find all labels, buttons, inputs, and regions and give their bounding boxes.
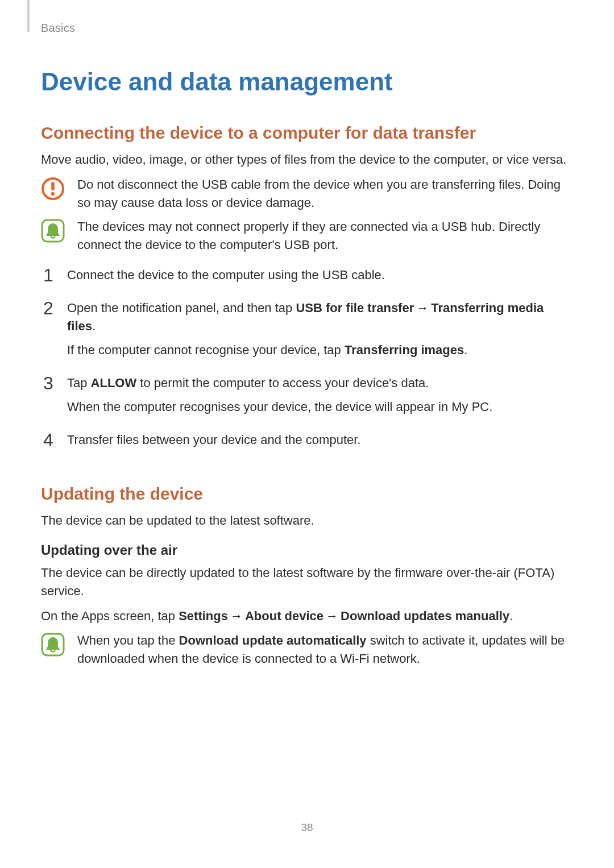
text-fragment: When you tap the (77, 633, 179, 647)
text-fragment: . (509, 609, 513, 623)
breadcrumb: Basics (41, 22, 573, 35)
page-content: Basics Device and data management Connec… (0, 0, 614, 668)
step-3: 3 Tap ALLOW to permit the computer to ac… (41, 374, 573, 416)
warning-icon (41, 177, 65, 201)
warning-callout: Do not disconnect the USB cable from the… (41, 176, 573, 212)
text-fragment: Open the notification panel, and then ta… (67, 301, 296, 315)
section-heading-updating: Updating the device (41, 484, 573, 504)
subheading-ota: Updating over the air (41, 542, 573, 558)
page-title: Device and data management (41, 68, 573, 96)
step-1: 1 Connect the device to the computer usi… (41, 266, 573, 284)
paragraph-fota: The device can be directly updated to th… (41, 564, 573, 600)
step-2: 2 Open the notification panel, and then … (41, 299, 573, 359)
bell-icon (41, 219, 65, 243)
section-heading-connecting: Connecting the device to a computer for … (41, 123, 573, 143)
text-fragment: Tap (67, 376, 91, 390)
bell-icon (41, 633, 65, 657)
note-callout-2: When you tap the Download update automat… (41, 632, 573, 668)
arrow-icon: → (414, 301, 431, 315)
bold-text: Download update automatically (179, 633, 367, 647)
section-intro: Move audio, video, image, or other types… (41, 151, 573, 169)
text-fragment: . (92, 319, 96, 333)
svg-point-2 (51, 192, 55, 196)
page-number: 38 (0, 821, 614, 834)
steps-list: 1 Connect the device to the computer usi… (41, 266, 573, 448)
step-number: 2 (41, 299, 56, 317)
bold-text: About device (245, 609, 323, 623)
step-text: Connect the device to the computer using… (67, 266, 573, 284)
step-subtext: If the computer cannot recognise your de… (67, 341, 573, 359)
step-4: 4 Transfer files between your device and… (41, 431, 573, 449)
note-callout-1: The devices may not connect properly if … (41, 218, 573, 254)
text-fragment: On the Apps screen, tap (41, 609, 179, 623)
section-intro-2: The device can be updated to the latest … (41, 512, 573, 530)
step-text: Transfer files between your device and t… (67, 431, 573, 449)
step-number: 1 (41, 266, 56, 284)
note-text-2: When you tap the Download update automat… (77, 632, 573, 668)
header-rule (27, 0, 30, 32)
step-text: Open the notification panel, and then ta… (67, 299, 573, 359)
bold-text: Settings (179, 609, 228, 623)
step-number: 4 (41, 431, 56, 449)
step-text: Tap ALLOW to permit the computer to acce… (67, 374, 573, 416)
text-fragment: to permit the computer to access your de… (136, 376, 429, 390)
bold-text: USB for file transfer (296, 301, 414, 315)
text-fragment: If the computer cannot recognise your de… (67, 343, 345, 357)
text-fragment: . (464, 343, 467, 357)
arrow-icon: → (228, 609, 245, 623)
bold-text: ALLOW (91, 376, 137, 390)
paragraph-path: On the Apps screen, tap Settings→About d… (41, 607, 573, 625)
step-number: 3 (41, 374, 56, 392)
step-subtext: When the computer recognises your device… (67, 398, 573, 416)
arrow-icon: → (323, 609, 341, 623)
bold-text: Transferring images (345, 343, 464, 357)
svg-rect-1 (51, 182, 55, 190)
warning-text: Do not disconnect the USB cable from the… (77, 176, 573, 212)
bold-text: Download updates manually (341, 609, 509, 623)
note-text-1: The devices may not connect properly if … (77, 218, 573, 254)
